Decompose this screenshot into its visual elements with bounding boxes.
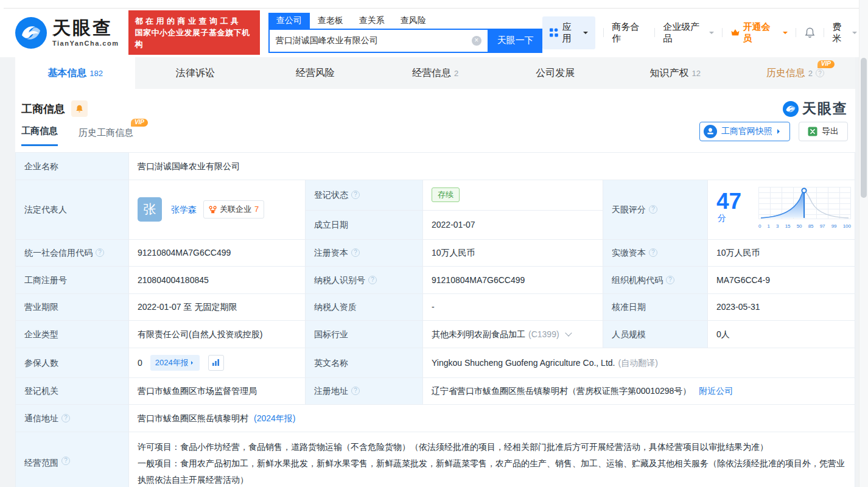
tab-basic-info[interactable]: 基本信息 182 <box>15 57 135 89</box>
tianyancha-watermark: 天眼查 <box>783 99 848 118</box>
tab-label: 基本信息 <box>47 67 86 80</box>
help-icon[interactable] <box>368 276 377 284</box>
label-taxpayer-quality: 纳税人资质 <box>306 294 423 321</box>
company-info-table: 企业名称 营口澍诚国峰农业有限公司 法定代表人 张 张学森 关联企业 7 <box>15 152 855 487</box>
tab-company-development[interactable]: 公司发展 <box>495 57 615 89</box>
subtab-business-registration[interactable]: 工商信息 <box>21 125 58 146</box>
label-text: 营业期限 <box>24 301 58 313</box>
label-insured-count: 参保人数 <box>16 348 129 378</box>
snapshot-label: 工商官网快照 <box>721 126 772 137</box>
score-value: 47 <box>716 189 741 214</box>
help-icon[interactable] <box>816 69 824 77</box>
legal-rep-link[interactable]: 张学森 <box>171 203 197 215</box>
value-tianyan-score[interactable]: 47分 <box>708 180 855 240</box>
help-icon[interactable] <box>649 248 657 257</box>
tianyancha-logo[interactable]: 天眼查 TianYanCha.com <box>15 17 119 49</box>
apps-menu[interactable]: 应用 <box>542 16 596 49</box>
logo-subtitle: TianYanCha.com <box>52 40 119 47</box>
help-icon[interactable] <box>61 457 70 465</box>
label-text: 登记机关 <box>24 385 58 397</box>
label-national-industry: 国标行业 <box>306 321 423 348</box>
label-text: 注册资本 <box>314 247 348 259</box>
nav-open-vip[interactable]: 开通会员 <box>730 21 788 44</box>
value-business-scope: 许可项目：食品小作坊经营，食品销售，道路货物运输（不含危险货物）（依法须经批准的… <box>129 432 855 487</box>
tab-label: 历史信息 <box>766 67 805 80</box>
value-approval-date: 2023-05-31 <box>708 294 855 321</box>
nav-open-vip-label: 开通会员 <box>743 21 777 44</box>
label-company-type: 企业类型 <box>16 321 129 348</box>
search-tab-relation[interactable]: 查关系 <box>351 13 393 29</box>
nav-enterprise[interactable]: 企业级产品 <box>663 21 713 44</box>
chevron-down-icon <box>783 32 788 37</box>
value-staff-size: 0人 <box>708 321 855 348</box>
header-nav: 应用 商务合作 企业级产品 开通会员 <box>542 16 857 49</box>
tab-count: 2 <box>808 69 813 78</box>
label-approval-date: 核准日期 <box>603 294 708 321</box>
help-icon[interactable] <box>649 205 657 214</box>
page-scrollbar[interactable] <box>859 0 868 487</box>
search-tab-risk[interactable]: 查风险 <box>393 13 434 29</box>
help-icon[interactable] <box>666 276 674 284</box>
section-title: 工商信息 <box>21 102 65 116</box>
tab-legal[interactable]: 法律诉讼 <box>135 57 255 89</box>
label-tianyan-score: 天眼评分 <box>603 180 708 240</box>
company-name: 营口澍诚国峰农业有限公司 <box>138 160 240 172</box>
label-english-name: 英文名称 <box>306 348 423 378</box>
value-taxpayer-quality: - <box>423 294 603 321</box>
related-companies-badge[interactable]: 关联企业 7 <box>203 200 264 219</box>
trend-chart-button[interactable] <box>208 355 224 371</box>
label-text: 企业类型 <box>24 328 58 340</box>
related-count: 7 <box>254 203 259 215</box>
help-icon[interactable] <box>351 248 360 257</box>
value-legal-representative: 张 张学森 关联企业 7 <box>129 180 306 240</box>
help-icon[interactable] <box>96 248 104 257</box>
label-registration-number: 工商注册号 <box>16 267 129 294</box>
tab-label: 公司发展 <box>536 67 575 80</box>
help-icon[interactable] <box>61 414 70 422</box>
value-registration-number: 210804004180845 <box>129 267 306 294</box>
excel-icon <box>808 127 817 136</box>
chevron-down-icon[interactable] <box>565 330 572 337</box>
label-company-name: 企业名称 <box>16 153 129 180</box>
help-icon[interactable] <box>351 191 360 199</box>
label-registered-capital: 注册资本 <box>306 240 423 267</box>
avatar[interactable]: 张 <box>138 197 162 222</box>
value-registration-status: 存续 <box>423 180 603 211</box>
nearby-companies-link[interactable]: 附近公司 <box>699 385 733 397</box>
label-text: 人员规模 <box>612 328 646 340</box>
annual-report-link[interactable]: (2024年报) <box>254 412 295 424</box>
chevron-down-icon <box>852 32 857 37</box>
export-button[interactable]: 导出 <box>799 122 848 141</box>
annual-report-tag[interactable]: 2024年报 <box>150 355 200 371</box>
scrollbar-thumb[interactable] <box>861 58 867 198</box>
label-text: 工商注册号 <box>24 274 67 286</box>
help-icon[interactable] <box>351 387 360 395</box>
label-establish-date: 成立日期 <box>306 211 423 240</box>
search-input[interactable] <box>270 36 472 46</box>
industry-code: (C1399) <box>528 328 559 340</box>
tab-operation-risk[interactable]: 经营风险 <box>255 57 375 89</box>
search-tab-boss[interactable]: 查老板 <box>310 13 351 29</box>
value-insured-count: 0 2024年报 <box>129 348 306 378</box>
chart-axis-labels: 0131550859799100 <box>758 220 851 233</box>
search-tab-company[interactable]: 查公司 <box>268 13 310 29</box>
tab-business-info[interactable]: 经营信息 2 <box>375 57 495 89</box>
tab-history-info[interactable]: VIP 历史信息 2 <box>735 57 855 89</box>
official-snapshot-button[interactable]: 工商官网快照 <box>699 122 790 141</box>
nav-cooperation[interactable]: 商务合作 <box>612 21 646 44</box>
notifications-bell[interactable] <box>804 27 816 38</box>
search-button[interactable]: 天眼一下 <box>489 29 542 53</box>
tab-intellectual-property[interactable]: 知识产权 12 <box>615 57 735 89</box>
subscribe-bell-button[interactable] <box>71 100 88 117</box>
subtab-history-registration[interactable]: VIP 历史工商信息 <box>79 127 133 146</box>
label-text: 统一社会信用代码 <box>24 247 93 259</box>
user-menu[interactable]: 费米 <box>832 21 857 44</box>
label-text: 纳税人识别号 <box>314 274 365 286</box>
label-text: 英文名称 <box>314 357 348 369</box>
clear-search-icon[interactable] <box>472 36 481 46</box>
label-text: 经营范围 <box>24 457 58 469</box>
crown-icon <box>730 28 740 37</box>
username: 费米 <box>832 21 849 44</box>
bell-icon <box>75 104 84 113</box>
score-unit: 分 <box>718 213 726 223</box>
